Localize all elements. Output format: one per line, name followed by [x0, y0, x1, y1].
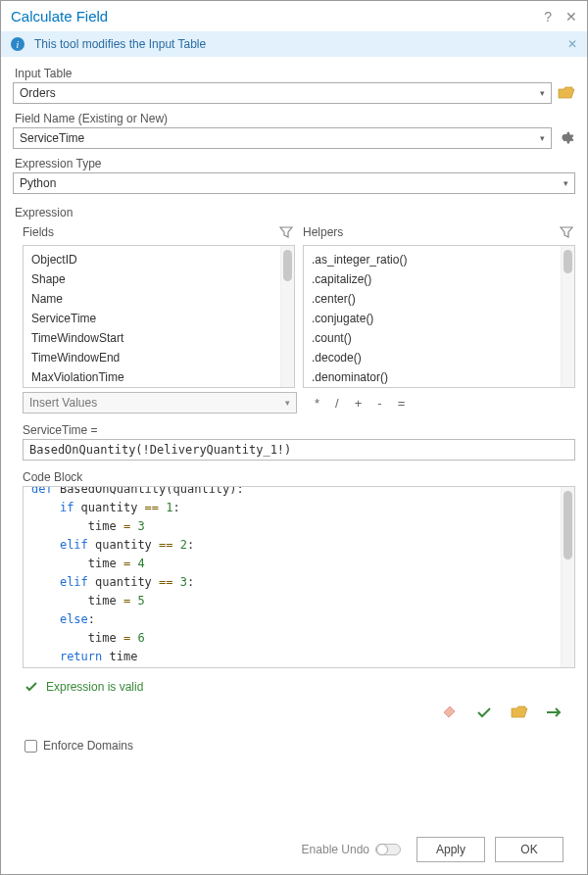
code-block-label: Code Block [23, 470, 575, 484]
expression-label: Expression [15, 206, 575, 219]
enforce-domains-label: Enforce Domains [43, 739, 133, 753]
validate-button[interactable] [475, 704, 493, 721]
list-item[interactable]: MaxViolationTime [24, 367, 294, 387]
list-item[interactable]: ServiceTime [24, 309, 294, 328]
list-item[interactable]: .as_integer_ratio() [304, 250, 574, 269]
enable-undo-row: Enable Undo [302, 843, 401, 856]
list-item[interactable]: .count() [304, 328, 574, 348]
load-expression-button[interactable] [511, 704, 528, 721]
list-item[interactable]: TimeWindowEnd [24, 348, 294, 367]
helpers-header: Helpers [303, 225, 558, 239]
scrollbar[interactable] [561, 487, 574, 667]
list-item[interactable]: ObjectID [24, 250, 294, 269]
fields-header: Fields [23, 225, 277, 239]
code-block-input[interactable]: def BasedOnQuantity(quantity): if quanti… [23, 486, 575, 668]
enforce-domains-checkbox[interactable] [24, 740, 37, 753]
erase-button[interactable] [440, 704, 458, 721]
list-item[interactable]: Name [24, 289, 294, 309]
info-message: This tool modifies the Input Table [34, 37, 206, 51]
operators-row: */+-= [305, 392, 575, 413]
help-button[interactable]: ? [544, 9, 552, 24]
scrollbar[interactable] [561, 246, 574, 387]
input-table-combo[interactable]: Orders ▾ [13, 82, 552, 104]
titlebar: Calculate Field ? ✕ [1, 1, 587, 31]
list-item[interactable]: TimeWindowStart [24, 328, 294, 348]
expression-input[interactable]: BasedOnQuantity(!DeliveryQuantity_1!) [23, 439, 575, 461]
dialog-title: Calculate Field [11, 8, 530, 24]
expression-actions [13, 694, 575, 727]
info-icon: i [11, 37, 24, 51]
calculate-field-dialog: Calculate Field ? ✕ i This tool modifies… [0, 0, 588, 875]
enable-undo-toggle[interactable] [375, 844, 401, 855]
field-settings-button[interactable] [558, 129, 575, 147]
info-close-button[interactable]: ✕ [567, 37, 577, 51]
insert-values-combo[interactable]: Insert Values ▾ [23, 392, 297, 413]
close-button[interactable]: ✕ [565, 9, 577, 24]
enforce-domains-row: Enforce Domains [24, 739, 575, 753]
validation-status: Expression is valid [24, 680, 575, 694]
apply-button[interactable]: Apply [416, 837, 485, 862]
content-area: Input Table Orders ▾ Field Name (Existin… [1, 57, 587, 874]
ok-button[interactable]: OK [495, 837, 564, 862]
chevron-down-icon: ▾ [564, 178, 568, 188]
list-item[interactable]: .decode() [304, 348, 574, 367]
filter-helpers-button[interactable] [558, 223, 575, 241]
list-item[interactable]: .conjugate() [304, 309, 574, 328]
list-item[interactable]: .denominator() [304, 367, 574, 387]
expression-type-combo[interactable]: Python ▾ [13, 172, 575, 194]
list-item[interactable]: Shape [24, 269, 294, 289]
operator-button[interactable]: - [377, 396, 381, 411]
list-item[interactable]: .capitalize() [304, 269, 574, 289]
field-name-label: Field Name (Existing or New) [15, 112, 575, 125]
fields-listbox[interactable]: ObjectIDShapeNameServiceTimeTimeWindowSt… [23, 245, 295, 388]
check-icon [24, 680, 38, 694]
info-bar: i This tool modifies the Input Table ✕ [1, 31, 587, 57]
dialog-footer: Enable Undo Apply OK [13, 825, 575, 874]
operator-button[interactable]: * [315, 396, 319, 411]
operator-button[interactable]: + [355, 396, 363, 411]
scrollbar[interactable] [280, 246, 294, 387]
filter-fields-button[interactable] [277, 223, 295, 241]
browse-input-table-button[interactable] [558, 84, 575, 102]
chevron-down-icon: ▾ [285, 398, 290, 408]
expression-field-label: ServiceTime = [23, 423, 575, 437]
export-expression-button[interactable] [546, 704, 564, 721]
list-item[interactable]: .center() [304, 289, 574, 309]
chevron-down-icon: ▾ [540, 133, 545, 143]
operator-button[interactable]: = [398, 396, 406, 411]
operator-button[interactable]: / [335, 396, 339, 411]
helpers-listbox[interactable]: .as_integer_ratio().capitalize().center(… [303, 245, 575, 388]
input-table-label: Input Table [15, 67, 575, 80]
chevron-down-icon: ▾ [540, 88, 545, 98]
field-name-combo[interactable]: ServiceTime ▾ [13, 127, 552, 149]
expression-type-label: Expression Type [15, 157, 575, 170]
